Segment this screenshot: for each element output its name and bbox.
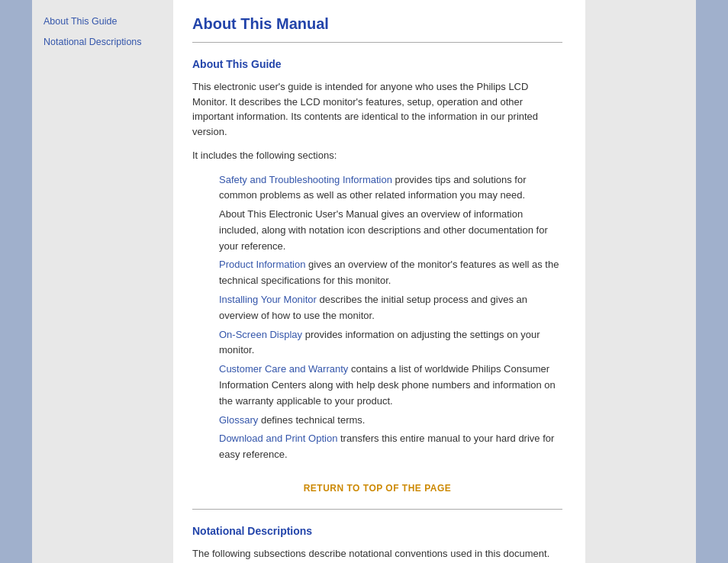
notational-title: Notational Descriptions — [192, 525, 562, 537]
list-item-4: Installing Your Monitor describes the in… — [219, 292, 562, 324]
about-guide-section: About This Guide This electronic user's … — [192, 58, 562, 494]
return-to-top-link[interactable]: RETURN TO TOP OF THE PAGE — [304, 483, 452, 494]
notational-section: Notational Descriptions The following su… — [192, 525, 562, 563]
divider-top — [192, 42, 562, 43]
list-item-6: Customer Care and Warranty contains a li… — [219, 362, 562, 409]
about-guide-para-1: This electronic user's guide is intended… — [192, 79, 562, 139]
left-accent-bar — [0, 0, 32, 563]
list-item-7: Glossary defines technical terms. — [219, 413, 562, 429]
sidebar: About This Guide Notational Descriptions — [32, 0, 173, 563]
list-item-2: About This Electronic User's Manual give… — [219, 207, 562, 254]
glossary-link[interactable]: Glossary — [219, 414, 258, 426]
installing-link[interactable]: Installing Your Monitor — [219, 294, 317, 305]
safety-link[interactable]: Safety and Troubleshooting Information — [219, 174, 392, 185]
notational-para-1: The following subsections describe notat… — [192, 546, 562, 561]
sidebar-item-about-guide[interactable]: About This Guide — [43, 15, 162, 27]
right-sidebar-bg — [585, 0, 696, 563]
main-content-area: About This Manual About This Guide This … — [173, 0, 585, 563]
page-title: About This Manual — [192, 15, 562, 33]
customer-care-link[interactable]: Customer Care and Warranty — [219, 363, 348, 375]
return-to-top-container: RETURN TO TOP OF THE PAGE — [192, 482, 562, 494]
right-accent-bar — [696, 0, 728, 563]
list-item-5: On-Screen Display provides information o… — [219, 327, 562, 359]
download-print-link[interactable]: Download and Print Option — [219, 433, 337, 444]
product-info-link[interactable]: Product Information — [219, 259, 305, 270]
osd-link[interactable]: On-Screen Display — [219, 329, 302, 340]
about-guide-para-2: It includes the following sections: — [192, 148, 562, 163]
about-guide-title: About This Guide — [192, 58, 562, 70]
sidebar-link-notational[interactable]: Notational Descriptions — [43, 37, 142, 47]
sidebar-item-notational[interactable]: Notational Descriptions — [43, 36, 162, 47]
list-item-1: Safety and Troubleshooting Information p… — [219, 172, 562, 204]
sidebar-link-about-guide[interactable]: About This Guide — [43, 16, 117, 27]
list-item-8: Download and Print Option transfers this… — [219, 431, 562, 463]
list-item-3: Product Information gives an overview of… — [219, 257, 562, 289]
divider-mid — [192, 509, 562, 510]
